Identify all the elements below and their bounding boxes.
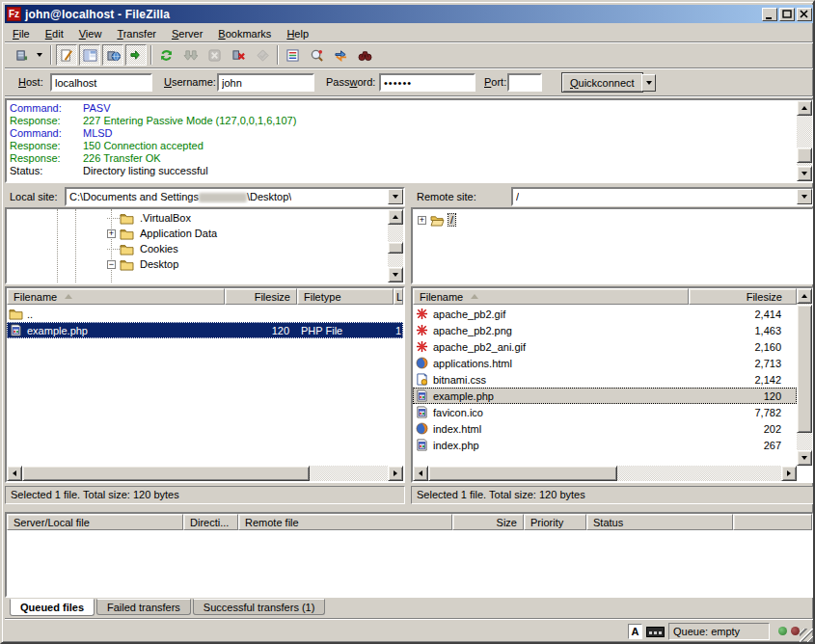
password-input[interactable] [379, 73, 475, 92]
queue-col-remote-file[interactable]: Remote file [238, 514, 452, 530]
queue-col-priority[interactable]: Priority [524, 514, 586, 530]
local-col-filesize[interactable]: Filesize [225, 288, 297, 305]
local-hscrollbar[interactable] [7, 466, 403, 481]
filezilla-app-icon[interactable]: Fz [7, 7, 21, 21]
tab-successful-transfers[interactable]: Successful transfers (1) [193, 599, 326, 615]
transfer-type-indicator-icon[interactable]: A [628, 624, 642, 639]
toggle-remote-tree-button[interactable] [102, 44, 123, 66]
local-site-combo[interactable]: C:\Documents and Settings\Desktop\ [65, 187, 405, 206]
queue-col-direction[interactable]: Directi... [183, 514, 238, 530]
remote-hscrollbar-thumb[interactable] [428, 466, 617, 481]
filter-icon [285, 49, 300, 62]
menu-view[interactable]: View [71, 26, 110, 41]
queue-tabs: Queued files Failed transfers Successful… [5, 599, 325, 616]
queue-col-status[interactable]: Status [586, 514, 733, 530]
toggle-queue-button[interactable] [125, 44, 147, 66]
minimize-button[interactable] [762, 8, 777, 21]
remote-vscrollbar-thumb[interactable] [797, 305, 812, 433]
reconnect-icon [256, 49, 270, 62]
local-tree-scrollbar[interactable] [388, 209, 403, 282]
local-col-filename[interactable]: Filename [7, 288, 225, 305]
scroll-right-icon [394, 470, 400, 476]
file-row[interactable]: bitnami.css 2,142 [413, 371, 797, 388]
resize-grip[interactable] [800, 629, 813, 642]
window-title: john@localhost - FileZilla [25, 8, 762, 21]
ico-file-icon [415, 406, 429, 418]
find-files-button[interactable] [354, 44, 375, 66]
site-manager-dropdown[interactable] [33, 47, 45, 63]
tree-guide [57, 209, 58, 282]
tree-item-cookies[interactable]: Cookies [107, 241, 180, 256]
username-input[interactable] [217, 73, 314, 92]
remote-vscrollbar[interactable] [797, 288, 812, 466]
tree-item-desktop[interactable]: − Desktop [107, 256, 180, 272]
maximize-button[interactable] [779, 8, 795, 21]
folder-icon [120, 228, 134, 240]
redacted-username [199, 193, 247, 202]
menu-help[interactable]: Help [279, 26, 316, 41]
queue-col-spacer [733, 514, 812, 530]
menu-file[interactable]: File [5, 26, 38, 41]
tab-failed-transfers[interactable]: Failed transfers [96, 599, 191, 615]
refresh-button[interactable] [155, 44, 177, 66]
local-tree-scrollbar-thumb[interactable] [388, 242, 403, 254]
file-row-updir[interactable]: .. [7, 306, 403, 322]
local-site-dropdown[interactable] [388, 189, 403, 204]
cancel-operation-button[interactable] [204, 44, 225, 66]
host-input[interactable] [50, 73, 152, 92]
remote-site-combo[interactable]: / [511, 187, 814, 206]
sync-browsing-button[interactable] [330, 44, 351, 66]
file-row[interactable]: index.html 202 [413, 420, 797, 437]
queue-col-server-local-file[interactable]: Server/Local file [7, 514, 183, 530]
toggle-local-tree-button[interactable] [79, 44, 100, 66]
menu-bookmarks[interactable]: Bookmarks [210, 26, 279, 41]
site-manager-button[interactable] [11, 44, 32, 66]
file-row-example-php[interactable]: example.php 120 [413, 388, 797, 404]
status-indicator-icon[interactable] [646, 627, 665, 637]
file-row[interactable]: apache_pb2.gif 2,414 [413, 306, 797, 322]
tree-item-root[interactable]: + / [418, 212, 455, 228]
disconnect-button[interactable] [228, 44, 249, 66]
quickconnect-dropdown[interactable] [641, 74, 656, 92]
local-col-filetype[interactable]: Filetype [297, 288, 394, 305]
filter-button[interactable] [282, 44, 303, 66]
close-button[interactable] [797, 8, 812, 21]
tab-queued-files[interactable]: Queued files [10, 599, 95, 616]
local-hscrollbar-thumb[interactable] [22, 466, 310, 481]
divider [5, 95, 814, 97]
menu-transfer[interactable]: Transfer [109, 26, 164, 41]
quickconnect-button[interactable]: Quickconnect [561, 72, 643, 93]
transfer-queue: Server/Local file Directi... Remote file… [5, 512, 814, 598]
port-input[interactable] [507, 73, 542, 92]
file-row[interactable]: favicon.ico 7,782 [413, 404, 797, 420]
queue-col-size[interactable]: Size [452, 514, 524, 530]
username-label: Username: [164, 76, 216, 88]
expand-plus-icon[interactable]: + [418, 216, 426, 225]
file-row[interactable]: apache_pb2_ani.gif 2,160 [413, 338, 797, 355]
file-row[interactable]: applications.html 2,713 [413, 355, 797, 371]
log-scrollbar[interactable] [797, 100, 812, 181]
scroll-right-icon [787, 470, 794, 476]
remote-col-filename[interactable]: Filename [413, 288, 689, 305]
expand-plus-icon[interactable]: + [107, 229, 116, 238]
toggle-log-button[interactable] [56, 44, 77, 66]
chevron-down-icon [393, 195, 398, 201]
menu-edit[interactable]: Edit [38, 26, 71, 41]
log-scrollbar-thumb[interactable] [797, 148, 812, 163]
remote-site-dropdown[interactable] [797, 189, 812, 204]
remote-col-filesize[interactable]: Filesize [689, 288, 797, 305]
collapse-minus-icon[interactable]: − [107, 260, 116, 269]
local-col-modified[interactable]: L [394, 288, 403, 305]
tree-item-virtualbox[interactable]: .VirtualBox [107, 210, 193, 226]
comparison-button[interactable] [306, 44, 327, 66]
queue-status-panel: Queue: empty [668, 623, 770, 640]
process-queue-button[interactable] [179, 44, 201, 66]
tree-item-application-data[interactable]: + Application Data [107, 226, 219, 241]
reconnect-button[interactable] [252, 44, 273, 66]
remote-hscrollbar[interactable] [413, 466, 797, 481]
file-row-example-php[interactable]: example.php 120 PHP File 1 [7, 322, 403, 338]
menu-server[interactable]: Server [164, 26, 210, 41]
file-row[interactable]: index.php 267 [413, 437, 797, 453]
file-row[interactable]: apache_pb2.png 1,463 [413, 322, 797, 338]
local-file-list: Filename Filesize Filetype L .. example.… [5, 286, 405, 483]
